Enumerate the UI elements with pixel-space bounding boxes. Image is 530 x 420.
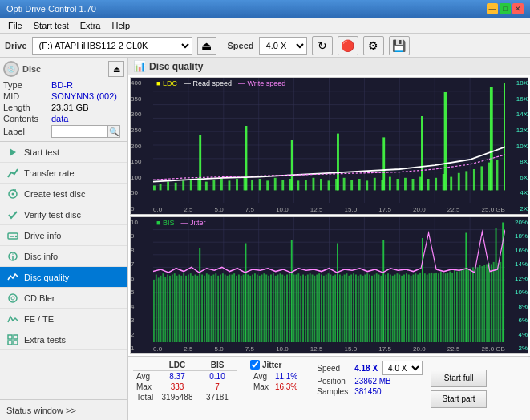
samples-value: 381450 bbox=[351, 386, 424, 397]
svg-rect-151 bbox=[257, 275, 258, 343]
start-full-button[interactable]: Start full bbox=[431, 370, 487, 387]
refresh-button[interactable]: ↻ bbox=[312, 36, 333, 55]
svg-rect-85 bbox=[488, 163, 491, 191]
nav-item-verify-test-disc[interactable]: Verify test disc bbox=[0, 204, 127, 225]
svg-rect-228 bbox=[433, 273, 435, 342]
status-window-item[interactable]: Status window >> bbox=[0, 399, 127, 420]
svg-rect-80 bbox=[450, 177, 452, 191]
menu-file[interactable]: File bbox=[3, 19, 27, 32]
save-button[interactable]: 💾 bbox=[389, 36, 410, 55]
stats-area: LDC BIS Avg 8.37 0.10 Max 333 bbox=[128, 356, 530, 420]
svg-rect-202 bbox=[374, 275, 375, 343]
svg-point-2 bbox=[12, 192, 14, 195]
svg-rect-212 bbox=[396, 273, 398, 342]
position-row: Position 23862 MB bbox=[314, 376, 424, 386]
right-panel: 📊 Disc quality 400350300250200150100500 … bbox=[128, 58, 530, 420]
svg-rect-74 bbox=[404, 178, 407, 191]
svg-rect-248 bbox=[479, 265, 481, 342]
jitter-checkbox[interactable] bbox=[250, 360, 260, 370]
speed-select[interactable]: 4.0 X bbox=[259, 37, 307, 55]
svg-rect-57 bbox=[274, 178, 277, 191]
burn-button[interactable]: 🔴 bbox=[338, 36, 358, 55]
svg-rect-230 bbox=[438, 273, 439, 342]
disc-eject-button[interactable]: ⏏ bbox=[108, 61, 124, 77]
disc-type-row: Type BD-R bbox=[3, 80, 124, 90]
svg-rect-216 bbox=[406, 273, 407, 342]
svg-rect-13 bbox=[14, 335, 18, 339]
ldc-legend-write: — Write speed bbox=[238, 79, 285, 87]
drive-select[interactable]: (F:) ATAPI iHBS112 2 CL0K bbox=[32, 37, 192, 55]
svg-rect-174 bbox=[310, 273, 311, 342]
menu-start-test[interactable]: Start test bbox=[29, 19, 74, 32]
ldc-chart-svg bbox=[153, 78, 505, 203]
svg-rect-243 bbox=[467, 269, 469, 342]
menu-help[interactable]: Help bbox=[107, 19, 135, 32]
ldc-y-labels-right: 18X16X14X12X10X8X6X4X2X bbox=[505, 78, 528, 214]
avg-ldc: 8.37 bbox=[157, 371, 197, 382]
svg-rect-257 bbox=[500, 262, 501, 342]
svg-point-10 bbox=[9, 294, 17, 302]
nav-item-drive-info[interactable]: Drive info bbox=[0, 225, 127, 246]
nav-item-fe-te[interactable]: FE / TE bbox=[0, 309, 127, 329]
svg-rect-157 bbox=[270, 275, 272, 343]
left-panel: 💿 Disc ⏏ Type BD-R MID SONYNN3 (002) Len… bbox=[0, 58, 128, 420]
svg-rect-187 bbox=[339, 275, 341, 343]
disc-contents-value: data bbox=[51, 114, 68, 123]
svg-rect-165 bbox=[289, 273, 290, 342]
svg-rect-173 bbox=[307, 275, 309, 343]
total-bis: 37181 bbox=[197, 392, 237, 402]
svg-rect-242 bbox=[465, 233, 467, 343]
menu-extra[interactable]: Extra bbox=[75, 19, 106, 32]
svg-rect-172 bbox=[305, 276, 306, 342]
minimize-button[interactable]: — bbox=[487, 3, 498, 14]
nav-label-drive-info: Drive info bbox=[24, 231, 61, 240]
nav-item-cd-bler[interactable]: CD Bler bbox=[0, 288, 127, 309]
disc-label-input[interactable] bbox=[51, 125, 107, 138]
start-part-button[interactable]: Start part bbox=[431, 390, 487, 408]
svg-rect-71 bbox=[381, 180, 383, 190]
svg-rect-76 bbox=[419, 177, 422, 191]
nav-item-extra-tests[interactable]: Extra tests bbox=[0, 329, 127, 350]
svg-rect-214 bbox=[401, 276, 403, 342]
disc-label-button[interactable]: 🔍 bbox=[107, 125, 120, 138]
svg-rect-87 bbox=[504, 83, 505, 190]
total-ldc: 3195488 bbox=[157, 392, 197, 402]
disc-mid-value: SONYNN3 (002) bbox=[51, 91, 117, 101]
svg-rect-156 bbox=[268, 276, 269, 342]
nav-item-disc-quality[interactable]: Disc quality bbox=[0, 267, 127, 288]
nav-item-start-test[interactable]: Start test bbox=[0, 142, 127, 163]
svg-rect-139 bbox=[229, 275, 230, 343]
nav-item-transfer-rate[interactable]: Transfer rate bbox=[0, 163, 127, 184]
svg-rect-40 bbox=[205, 182, 208, 191]
svg-rect-191 bbox=[348, 276, 350, 342]
jitter-label: Jitter bbox=[262, 361, 281, 370]
svg-rect-122 bbox=[190, 273, 192, 342]
settings-button[interactable]: ⚙ bbox=[363, 36, 384, 55]
close-button[interactable]: ✕ bbox=[512, 3, 524, 14]
stats-row-avg: Avg 8.37 0.10 bbox=[133, 371, 237, 382]
svg-rect-200 bbox=[369, 275, 370, 343]
svg-rect-36 bbox=[175, 183, 177, 191]
eject-button[interactable]: ⏏ bbox=[197, 37, 216, 55]
chart-line-icon bbox=[6, 167, 19, 180]
svg-rect-128 bbox=[204, 276, 205, 342]
svg-rect-211 bbox=[394, 275, 396, 343]
svg-rect-247 bbox=[477, 267, 479, 342]
col-ldc: LDC bbox=[157, 360, 197, 371]
svg-rect-241 bbox=[463, 269, 465, 342]
maximize-button[interactable]: □ bbox=[500, 3, 511, 14]
nav-item-create-test-disc[interactable]: Create test disc bbox=[0, 184, 127, 204]
speed-select-dropdown[interactable]: 4.0 X bbox=[382, 361, 423, 375]
svg-rect-86 bbox=[496, 160, 499, 190]
svg-rect-226 bbox=[429, 273, 431, 342]
svg-point-8 bbox=[12, 253, 14, 255]
svg-rect-209 bbox=[390, 275, 391, 343]
nav-item-disc-info[interactable]: Disc info bbox=[0, 246, 127, 267]
svg-rect-62 bbox=[313, 178, 315, 191]
drive-bar: Drive (F:) ATAPI iHBS112 2 CL0K ⏏ Speed … bbox=[0, 34, 530, 58]
svg-rect-189 bbox=[344, 275, 346, 343]
svg-rect-117 bbox=[178, 275, 180, 343]
svg-rect-188 bbox=[342, 276, 343, 342]
svg-marker-0 bbox=[10, 148, 16, 156]
svg-rect-190 bbox=[346, 273, 347, 342]
